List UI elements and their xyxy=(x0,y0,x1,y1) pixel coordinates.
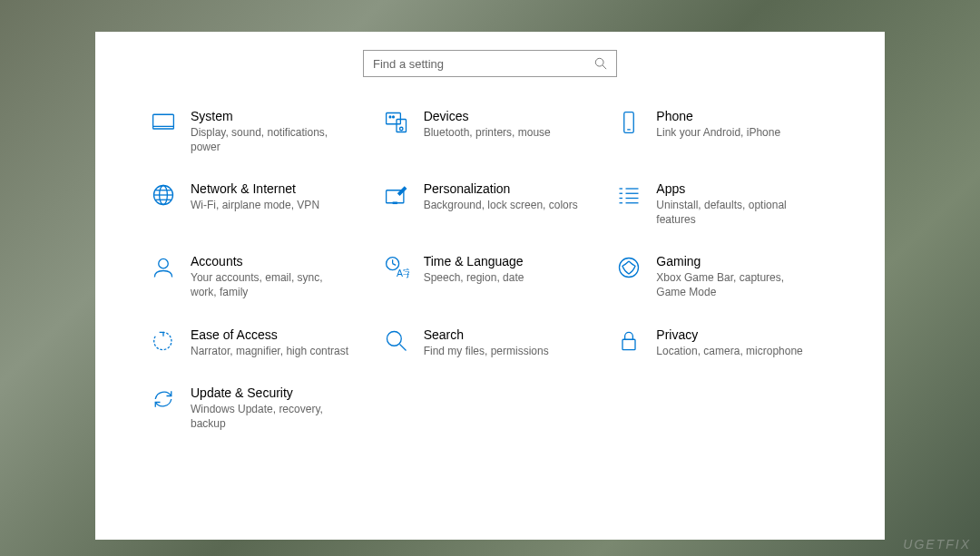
svg-point-32 xyxy=(387,331,401,346)
tile-gaming[interactable]: Gaming Xbox Game Bar, captures, Game Mod… xyxy=(615,254,830,299)
search-container: Find a setting xyxy=(141,50,839,77)
tile-title: Search xyxy=(424,327,583,342)
tile-title: Gaming xyxy=(656,254,815,268)
tile-desc: Link your Android, iPhone xyxy=(656,126,815,141)
tile-desc: Display, sound, notifications, power xyxy=(191,126,349,154)
search-placeholder: Find a setting xyxy=(373,57,444,71)
tile-phone[interactable]: Phone Link your Android, iPhone xyxy=(615,109,830,154)
tile-privacy[interactable]: Privacy Location, camera, microphone xyxy=(615,327,830,359)
svg-text:A字: A字 xyxy=(397,268,409,278)
tile-title: Privacy xyxy=(656,327,815,342)
tile-desc: Location, camera, microphone xyxy=(656,345,815,359)
tile-title: System xyxy=(191,109,349,123)
search-input[interactable]: Find a setting xyxy=(363,50,617,77)
tile-search[interactable]: Search Find my files, permissions xyxy=(383,327,598,359)
tile-title: Devices xyxy=(424,109,583,123)
tile-ease-of-access[interactable]: Ease of Access Narrator, magnifier, high… xyxy=(150,327,365,359)
tile-title: Apps xyxy=(656,181,815,196)
tile-title: Network & Internet xyxy=(191,181,349,196)
svg-line-29 xyxy=(392,264,396,266)
tile-desc: Speech, region, date xyxy=(424,271,583,286)
tile-personalization[interactable]: Personalization Background, lock screen,… xyxy=(383,181,598,227)
privacy-icon xyxy=(615,327,642,355)
tile-desc: Wi-Fi, airplane mode, VPN xyxy=(191,199,349,213)
devices-icon xyxy=(383,109,410,136)
tile-title: Time & Language xyxy=(424,254,583,268)
tile-apps[interactable]: Apps Uninstall, defaults, optional featu… xyxy=(615,181,830,227)
time-language-icon: A字 xyxy=(383,254,410,281)
tile-update-security[interactable]: Update & Security Windows Update, recove… xyxy=(150,385,365,431)
phone-icon xyxy=(615,109,642,136)
svg-point-7 xyxy=(389,116,391,118)
tile-desc: Narrator, magnifier, high contrast xyxy=(191,345,349,359)
search-tile-icon xyxy=(383,327,410,355)
tile-desc: Windows Update, recovery, backup xyxy=(191,403,349,431)
tile-desc: Background, lock screen, colors xyxy=(424,199,583,213)
tile-title: Phone xyxy=(656,109,815,123)
ease-of-access-icon xyxy=(150,327,177,355)
tile-title: Update & Security xyxy=(191,385,349,400)
tile-accounts[interactable]: Accounts Your accounts, email, sync, wor… xyxy=(150,254,365,299)
svg-point-6 xyxy=(399,127,403,131)
update-security-icon xyxy=(150,385,177,413)
tile-desc: Bluetooth, printers, mouse xyxy=(424,126,583,141)
tile-title: Personalization xyxy=(424,181,583,196)
apps-icon xyxy=(615,181,642,209)
network-icon xyxy=(150,181,177,209)
tile-time-language[interactable]: A字 Time & Language Speech, region, date xyxy=(383,254,598,299)
system-icon xyxy=(150,109,177,136)
svg-rect-4 xyxy=(386,113,400,124)
settings-grid: System Display, sound, notifications, po… xyxy=(141,109,839,431)
svg-line-33 xyxy=(399,344,406,350)
search-icon xyxy=(594,57,607,70)
svg-line-1 xyxy=(603,65,606,69)
tile-title: Accounts xyxy=(191,254,349,268)
tile-desc: Xbox Game Bar, captures, Game Mode xyxy=(656,271,815,299)
svg-point-26 xyxy=(159,259,169,269)
settings-window: Find a setting System Display, sound, no… xyxy=(95,32,885,540)
svg-point-8 xyxy=(392,116,394,118)
personalization-icon xyxy=(383,181,410,209)
tile-devices[interactable]: Devices Bluetooth, printers, mouse xyxy=(383,109,598,154)
tile-title: Ease of Access xyxy=(191,327,349,342)
tile-desc: Your accounts, email, sync, work, family xyxy=(191,271,349,299)
tile-desc: Find my files, permissions xyxy=(424,345,583,359)
svg-rect-34 xyxy=(622,339,635,349)
tile-network[interactable]: Network & Internet Wi-Fi, airplane mode,… xyxy=(150,181,365,227)
tile-desc: Uninstall, defaults, optional features xyxy=(656,199,815,227)
accounts-icon xyxy=(150,254,177,281)
watermark: UGETFIX xyxy=(903,537,971,551)
gaming-icon xyxy=(615,254,642,281)
tile-system[interactable]: System Display, sound, notifications, po… xyxy=(150,109,365,154)
